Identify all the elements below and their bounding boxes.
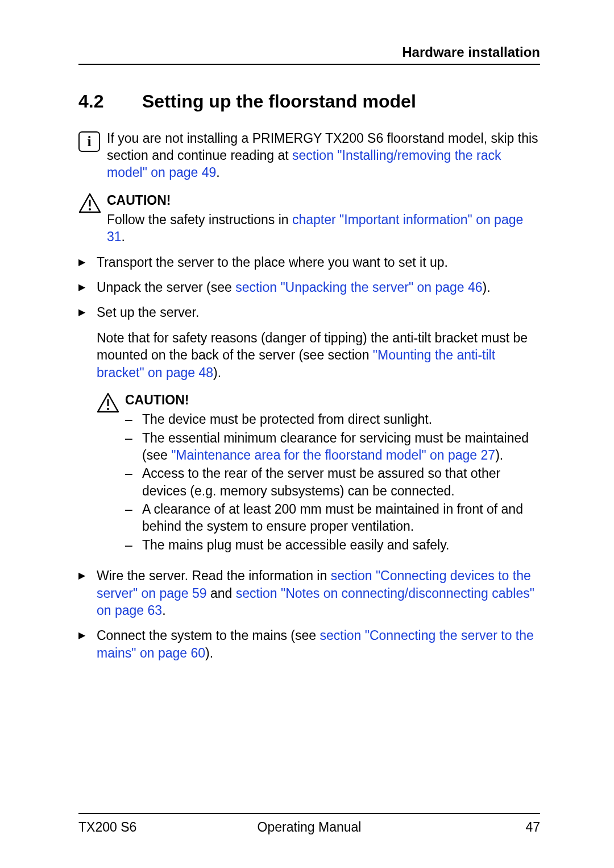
page-footer: TX200 S6 Operating Manual 47 — [78, 813, 540, 835]
step-list: ▶ Transport the server to the place wher… — [78, 254, 540, 321]
caution-item-3: – Access to the rear of the server must … — [125, 465, 540, 499]
footer-page-number: 47 — [525, 820, 540, 835]
svg-point-5 — [107, 408, 109, 410]
caution-note-2: CAUTION! – The device must be protected … — [97, 391, 540, 555]
step-1: ▶ Transport the server to the place wher… — [78, 254, 540, 271]
caution-note-1: CAUTION! Follow the safety instructions … — [78, 192, 540, 246]
section-heading: 4.2Setting up the floorstand model — [78, 91, 540, 112]
caution-icon — [78, 193, 101, 213]
step-marker-icon: ▶ — [78, 567, 97, 619]
step-3: ▶ Set up the server. — [78, 304, 540, 321]
step-marker-icon: ▶ — [78, 279, 97, 296]
info-text: If you are not installing a PRIMERGY TX2… — [107, 130, 540, 181]
step-marker-icon: ▶ — [78, 304, 97, 321]
step-5: ▶ Connect the system to the mains (see s… — [78, 627, 540, 662]
section-title-text: Setting up the floorstand model — [142, 91, 416, 111]
info-icon: i — [78, 131, 100, 152]
footer-product: TX200 S6 — [78, 820, 136, 835]
step-list-2: ▶ Wire the server. Read the information … — [78, 567, 540, 662]
info-note: i If you are not installing a PRIMERGY T… — [78, 130, 540, 181]
step-3-note: Note that for safety reasons (danger of … — [97, 329, 540, 381]
svg-point-2 — [89, 208, 91, 210]
caution-text: CAUTION! – The device must be protected … — [125, 391, 540, 555]
caution-item-list: – The device must be protected from dire… — [125, 411, 540, 553]
caution-label: CAUTION! — [107, 192, 540, 209]
step-marker-icon: ▶ — [78, 254, 97, 271]
section-number: 4.2 — [78, 91, 142, 112]
link-maintenance-area[interactable]: "Maintenance area for the floorstand mod… — [171, 448, 495, 462]
page-content: Hardware installation 4.2Setting up the … — [0, 0, 614, 662]
caution-item-5: – The mains plug must be accessible easi… — [125, 536, 540, 553]
footer-doc-title: Operating Manual — [78, 820, 540, 835]
caution-icon — [97, 392, 119, 413]
page-header: Hardware installation — [78, 44, 540, 65]
caution-item-4: – A clearance of at least 200 mm must be… — [125, 501, 540, 535]
step-4: ▶ Wire the server. Read the information … — [78, 567, 540, 619]
link-unpacking[interactable]: section "Unpacking the server" on page 4… — [235, 280, 482, 295]
caution-text: CAUTION! Follow the safety instructions … — [107, 192, 540, 246]
caution-item-2: – The essential minimum clearance for se… — [125, 429, 540, 464]
caution-label: CAUTION! — [125, 391, 540, 408]
header-title: Hardware installation — [402, 44, 540, 60]
step-marker-icon: ▶ — [78, 627, 97, 662]
step-2: ▶ Unpack the server (see section "Unpack… — [78, 279, 540, 296]
caution-item-1: – The device must be protected from dire… — [125, 411, 540, 428]
